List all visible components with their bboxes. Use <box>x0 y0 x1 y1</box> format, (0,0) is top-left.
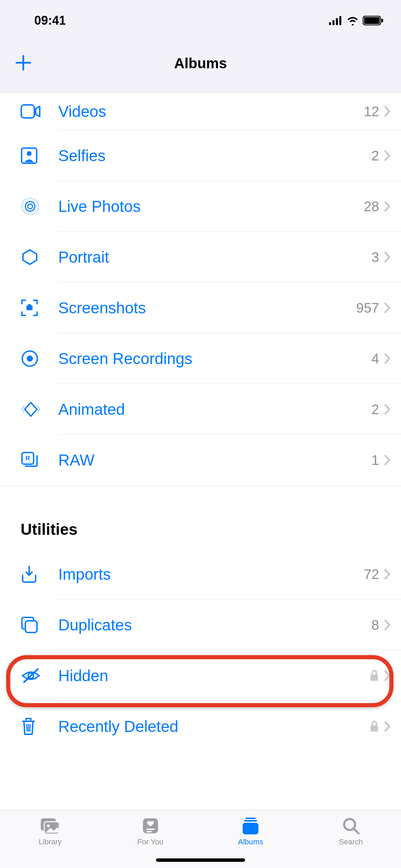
library-icon <box>39 816 61 835</box>
row-label: Duplicates <box>58 616 372 634</box>
status-time: 09:41 <box>34 13 66 28</box>
row-count: 8 <box>372 617 379 633</box>
tab-albums[interactable]: Albums <box>200 816 301 846</box>
chevron-right-icon <box>384 106 391 117</box>
page-title: Albums <box>174 55 227 72</box>
svg-rect-2 <box>336 18 338 25</box>
tab-for-you[interactable]: For You <box>100 816 201 846</box>
tab-label: For You <box>137 837 163 846</box>
row-label: Imports <box>58 565 364 583</box>
svg-rect-6 <box>381 19 383 22</box>
row-label: Live Photos <box>58 197 364 216</box>
svg-point-14 <box>22 198 38 215</box>
row-raw[interactable]: R RAW 1 <box>0 435 401 485</box>
row-label: Selfies <box>58 146 372 165</box>
row-count: 2 <box>372 402 379 417</box>
row-animated[interactable]: Animated 2 <box>0 384 401 435</box>
home-indicator[interactable] <box>156 858 245 862</box>
svg-rect-0 <box>329 22 331 25</box>
svg-rect-34 <box>146 831 152 832</box>
svg-rect-36 <box>244 820 257 822</box>
svg-rect-33 <box>146 829 155 830</box>
row-count: 957 <box>356 300 379 316</box>
status-bar: 09:41 <box>0 0 401 34</box>
row-count: 12 <box>364 104 379 119</box>
row-count: 2 <box>372 148 379 164</box>
svg-point-13 <box>25 202 35 211</box>
chevron-right-icon <box>384 201 391 212</box>
svg-line-25 <box>27 724 27 732</box>
row-hidden[interactable]: Hidden <box>0 650 401 701</box>
svg-rect-24 <box>370 675 378 681</box>
row-duplicates[interactable]: Duplicates 8 <box>0 600 401 650</box>
lock-icon <box>369 720 379 733</box>
row-label: Videos <box>58 102 364 121</box>
row-label: Screen Recordings <box>58 349 372 368</box>
svg-rect-1 <box>332 20 335 25</box>
svg-point-12 <box>28 204 33 209</box>
svg-rect-9 <box>21 105 34 118</box>
row-portrait[interactable]: Portrait 3 <box>0 232 401 282</box>
svg-rect-21 <box>25 621 37 632</box>
svg-rect-5 <box>364 17 380 24</box>
battery-icon <box>363 16 384 25</box>
svg-point-18 <box>27 355 33 362</box>
chevron-right-icon <box>384 403 391 415</box>
row-recently-deleted[interactable]: Recently Deleted <box>0 701 401 752</box>
duplicates-icon <box>21 616 58 634</box>
wifi-icon <box>346 16 359 25</box>
status-icons <box>329 16 384 25</box>
svg-rect-35 <box>245 818 256 819</box>
row-label: Screenshots <box>58 299 356 317</box>
row-screenshots[interactable]: Screenshots 957 <box>0 282 401 333</box>
row-count: 1 <box>372 453 379 468</box>
row-count: 3 <box>372 250 379 265</box>
content: Videos 12 Selfies 2 Live Photos 28 Portr… <box>0 93 401 810</box>
tab-library[interactable]: Library <box>0 816 100 846</box>
row-live-photos[interactable]: Live Photos 28 <box>0 181 401 232</box>
svg-point-11 <box>27 151 32 156</box>
section-title: Utilities <box>21 520 380 539</box>
svg-line-23 <box>24 669 38 682</box>
for-you-icon <box>141 816 160 835</box>
row-label: Hidden <box>58 666 369 685</box>
chevron-right-icon <box>384 568 391 580</box>
row-count: 72 <box>364 567 379 582</box>
row-label: RAW <box>58 451 372 469</box>
tab-label: Library <box>39 837 62 846</box>
add-button[interactable] <box>14 53 33 74</box>
row-screen-recordings[interactable]: Screen Recordings 4 <box>0 333 401 384</box>
hidden-icon <box>21 668 58 684</box>
chevron-right-icon <box>384 353 391 364</box>
row-videos[interactable]: Videos 12 <box>0 93 401 130</box>
live-photos-icon <box>21 197 58 216</box>
row-label: Recently Deleted <box>58 717 369 736</box>
raw-icon: R <box>21 451 58 469</box>
svg-line-27 <box>30 724 30 732</box>
screenshots-icon <box>21 299 58 317</box>
row-label: Portrait <box>58 248 372 266</box>
svg-point-31 <box>47 824 50 827</box>
albums-icon <box>241 816 260 835</box>
tab-label: Albums <box>238 837 263 846</box>
screen-recordings-icon <box>21 349 58 368</box>
chevron-right-icon <box>384 150 391 161</box>
row-count: 28 <box>364 199 379 214</box>
trash-icon <box>21 717 58 736</box>
svg-line-39 <box>354 829 359 833</box>
chevron-right-icon <box>384 721 391 732</box>
chevron-right-icon <box>384 251 391 263</box>
row-label: Animated <box>58 400 372 419</box>
cellular-icon <box>329 16 343 25</box>
row-count: 4 <box>372 351 379 366</box>
utilities-header: Utilities <box>0 485 401 549</box>
row-imports[interactable]: Imports 72 <box>0 549 401 600</box>
svg-rect-16 <box>28 304 31 306</box>
animated-icon <box>21 400 58 418</box>
row-selfies[interactable]: Selfies 2 <box>0 130 401 181</box>
svg-rect-3 <box>339 16 341 25</box>
tab-label: Search <box>339 837 363 846</box>
svg-rect-15 <box>26 305 33 310</box>
tab-search[interactable]: Search <box>301 816 401 846</box>
search-icon <box>341 816 361 835</box>
